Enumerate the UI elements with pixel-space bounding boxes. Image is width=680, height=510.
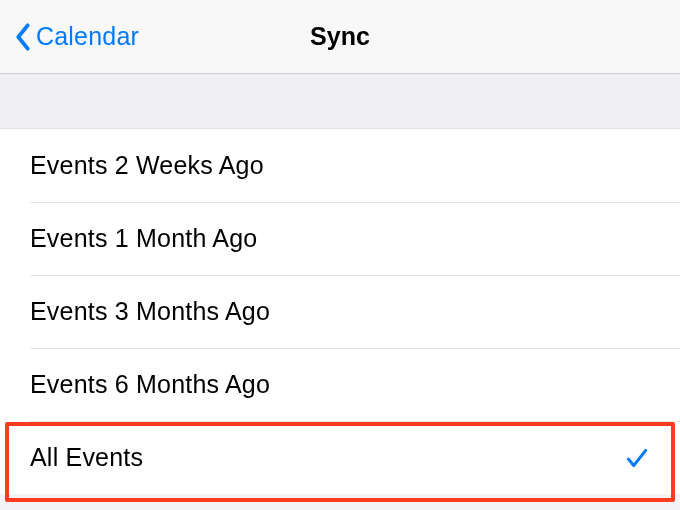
option-row-3-months[interactable]: Events 3 Months Ago — [0, 275, 680, 348]
checkmark-icon — [624, 445, 650, 471]
page-title: Sync — [310, 22, 370, 51]
option-label: Events 3 Months Ago — [30, 297, 270, 326]
option-row-all-events[interactable]: All Events — [0, 421, 680, 494]
option-label: Events 2 Weeks Ago — [30, 151, 264, 180]
sync-options-list: Events 2 Weeks Ago Events 1 Month Ago Ev… — [0, 128, 680, 494]
back-button[interactable]: Calendar — [14, 22, 139, 51]
option-row-2-weeks[interactable]: Events 2 Weeks Ago — [0, 129, 680, 202]
nav-bar: Calendar Sync — [0, 0, 680, 74]
option-label: Events 1 Month Ago — [30, 224, 257, 253]
option-label: Events 6 Months Ago — [30, 370, 270, 399]
back-label: Calendar — [36, 22, 139, 51]
chevron-left-icon — [14, 23, 32, 51]
option-row-6-months[interactable]: Events 6 Months Ago — [0, 348, 680, 421]
option-label: All Events — [30, 443, 143, 472]
option-row-1-month[interactable]: Events 1 Month Ago — [0, 202, 680, 275]
section-spacer — [0, 74, 680, 128]
